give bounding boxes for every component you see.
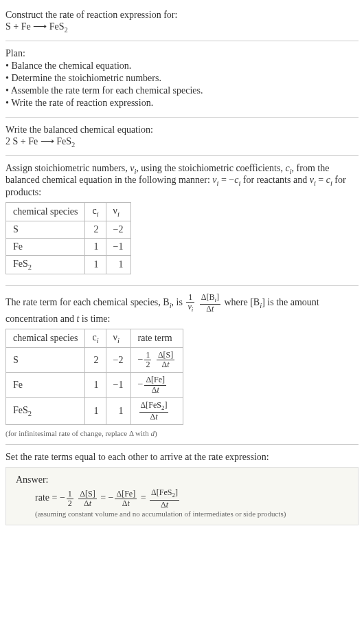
cell-c: 1	[85, 255, 106, 274]
cell-species: FeS2	[6, 255, 85, 274]
rateterm-note: (for infinitesimal rate of change, repla…	[5, 429, 359, 437]
cell-c: 2	[85, 221, 106, 238]
col-species: chemical species	[6, 203, 85, 221]
stoich-intro: Assign stoichiometric numbers, νi, using…	[5, 163, 359, 199]
cell-v: −2	[106, 221, 130, 238]
cell-v: −2	[106, 348, 130, 373]
table-row: Fe 1 −1 −Δ[Fe]Δt	[6, 373, 183, 397]
plan-title: Plan:	[5, 48, 359, 59]
plan-item: • Assemble the rate term for each chemic…	[5, 85, 359, 96]
table-row: S 2 −2	[6, 221, 131, 238]
cell-species: S	[6, 348, 85, 373]
divider	[5, 285, 359, 286]
divider	[5, 155, 359, 156]
cell-c: 2	[85, 348, 106, 373]
cell-c: 1	[85, 397, 106, 424]
cell-species: Fe	[6, 373, 85, 397]
table-header-row: chemical species ci νi rate term	[6, 329, 183, 348]
rate-expression: rate = −12 Δ[S]Δt = −Δ[Fe]Δt = Δ[FeS2]Δt	[35, 488, 348, 509]
plan-section: Plan: • Balance the chemical equation. •…	[5, 44, 359, 114]
plan-item: • Determine the stoichiometric numbers.	[5, 73, 359, 84]
cell-v: −1	[106, 373, 130, 397]
table-row: FeS2 1 1	[6, 255, 131, 274]
balanced-section: Write the balanced chemical equation: 2 …	[5, 120, 359, 153]
cell-c: 1	[85, 373, 106, 397]
col-rateterm: rate term	[130, 329, 183, 348]
divider	[5, 444, 359, 445]
initial-equation: S + Fe ⟶ FeS2	[5, 21, 359, 34]
balanced-title: Write the balanced chemical equation:	[5, 124, 359, 135]
stoich-section: Assign stoichiometric numbers, νi, using…	[5, 159, 359, 283]
cell-species: Fe	[6, 238, 85, 255]
cell-species: S	[6, 221, 85, 238]
table-header-row: chemical species ci νi	[6, 203, 131, 221]
col-ci: ci	[85, 203, 106, 221]
divider	[5, 41, 359, 41]
table-row: FeS2 1 1 Δ[FeS2]Δt	[6, 397, 183, 424]
plan-item: • Write the rate of reaction expression.	[5, 98, 359, 109]
col-ci: ci	[85, 329, 106, 348]
stoich-table: chemical species ci νi S 2 −2 Fe 1 −1 Fe…	[5, 202, 131, 274]
assumption-note: (assuming constant volume and no accumul…	[35, 510, 348, 518]
col-vi: νi	[106, 203, 130, 221]
cell-v: 1	[106, 255, 130, 274]
cell-term: −12 Δ[S]Δt	[130, 348, 183, 373]
final-intro: Set the rate terms equal to each other t…	[5, 452, 359, 463]
answer-box: Answer: rate = −12 Δ[S]Δt = −Δ[Fe]Δt = Δ…	[5, 467, 359, 525]
plan-item: • Balance the chemical equation.	[5, 61, 359, 72]
rateterm-intro-a: The rate term for each chemical species,…	[5, 297, 185, 307]
header-section: Construct the rate of reaction expressio…	[5, 6, 359, 38]
divider	[5, 117, 359, 118]
cell-v: 1	[106, 397, 130, 424]
cell-species: FeS2	[6, 397, 85, 424]
col-species: chemical species	[6, 329, 85, 348]
cell-c: 1	[85, 238, 106, 255]
cell-v: −1	[106, 238, 130, 255]
cell-term: −Δ[Fe]Δt	[130, 373, 183, 397]
page-title: Construct the rate of reaction expressio…	[5, 10, 359, 21]
table-row: Fe 1 −1	[6, 238, 131, 255]
final-section: Set the rate terms equal to each other t…	[5, 448, 359, 529]
rateterm-intro: The rate term for each chemical species,…	[5, 293, 359, 325]
balanced-equation: 2 S + Fe ⟶ FeS2	[5, 135, 359, 149]
col-vi: νi	[106, 329, 130, 348]
rateterm-table: chemical species ci νi rate term S 2 −2 …	[5, 329, 183, 425]
cell-term: Δ[FeS2]Δt	[130, 397, 183, 424]
rateterm-formula: 1νi Δ[Bi]Δt	[185, 297, 224, 307]
table-row: S 2 −2 −12 Δ[S]Δt	[6, 348, 183, 373]
answer-label: Answer:	[16, 474, 348, 485]
rateterm-section: The rate term for each chemical species,…	[5, 289, 359, 441]
